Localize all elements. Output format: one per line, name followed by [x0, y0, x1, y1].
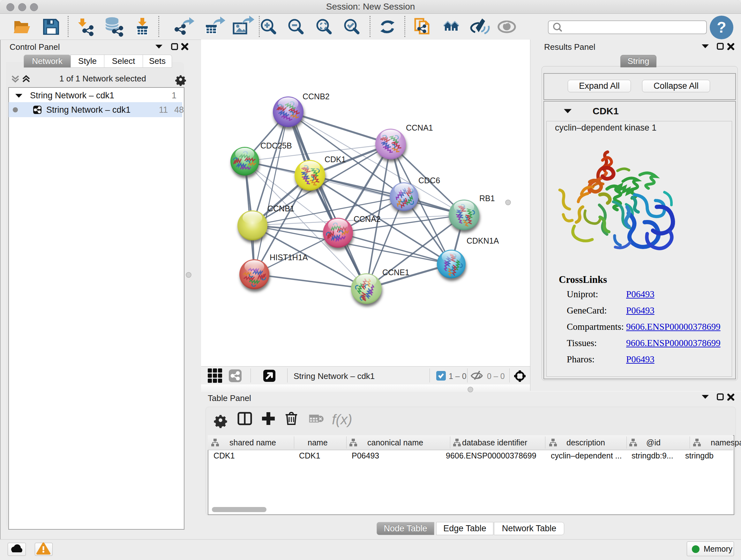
svg-text:f(x): f(x): [332, 412, 352, 427]
